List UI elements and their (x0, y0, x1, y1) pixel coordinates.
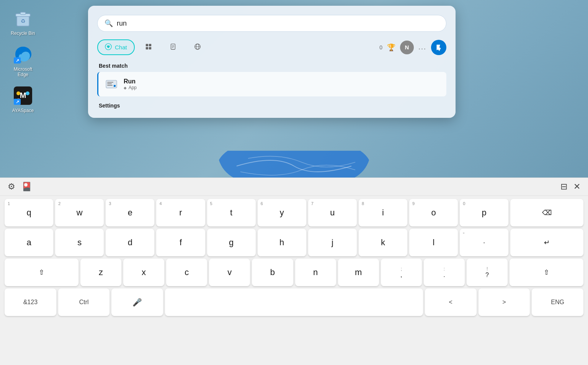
key-left[interactable]: < (425, 288, 477, 316)
key-lang[interactable]: ENG (532, 288, 583, 316)
key-d[interactable]: d (106, 229, 154, 256)
keyboard-display-icon[interactable]: ⊟ (560, 182, 567, 192)
key-a[interactable]: a (5, 229, 53, 256)
diamond-icon: ◆ (124, 86, 127, 90)
apps-tab-icon (145, 43, 152, 51)
key-right[interactable]: > (479, 288, 530, 316)
edge-label: Microsoft Edge (8, 67, 38, 77)
key-z[interactable]: z (80, 259, 121, 286)
docs-tab-icon (170, 43, 176, 51)
key-n[interactable]: n (295, 259, 336, 286)
filter-tabs-row: Chat (97, 39, 446, 55)
key-g[interactable]: g (207, 229, 256, 256)
svg-text:♻: ♻ (21, 18, 26, 24)
desktop-icons: ♻ Recycle Bin ↗ Microsoft Edge (8, 8, 38, 113)
key-mic[interactable]: 🎤 (111, 288, 163, 316)
svg-point-10 (26, 91, 29, 95)
key-enter[interactable]: ↵ (510, 229, 583, 256)
key-i[interactable]: 8i (359, 199, 407, 226)
key-ctrl[interactable]: Ctrl (58, 288, 110, 316)
keyboard-sticker-icon[interactable]: 🎴 (21, 182, 32, 192)
key-c[interactable]: c (166, 259, 207, 286)
key-numbers[interactable]: &123 (5, 288, 56, 316)
svg-text:↗: ↗ (16, 58, 19, 63)
key-o[interactable]: 9o (409, 199, 458, 226)
edge-icon: ↗ (12, 44, 34, 65)
ayaspace-label: AYASpace (12, 108, 34, 113)
search-icon: 🔍 (105, 19, 113, 28)
filter-tab-docs[interactable] (162, 40, 184, 55)
keyboard-toolbar-right: ⊟ ✕ (560, 182, 580, 192)
svg-rect-2 (20, 12, 26, 15)
web-tab-icon (194, 43, 201, 51)
filter-tab-web[interactable] (187, 40, 208, 55)
key-shift-left[interactable]: ⇧ (5, 259, 78, 286)
filter-tab-chat[interactable]: Chat (97, 39, 135, 55)
windows-logo-area (217, 151, 371, 181)
key-period[interactable]: : . (424, 259, 465, 286)
svg-rect-31 (107, 85, 113, 86)
key-comma[interactable]: ; , (381, 259, 422, 286)
key-l[interactable]: l (409, 229, 458, 256)
keyboard-toolbar: ⚙ 🎴 ⊟ ✕ (0, 178, 588, 196)
keyboard-close-icon[interactable]: ✕ (573, 182, 580, 192)
svg-rect-18 (149, 44, 151, 46)
keyboard-settings-icon[interactable]: ⚙ (8, 182, 15, 192)
keyboard-toolbar-left: ⚙ 🎴 (8, 182, 32, 192)
keyboard-row-2: a s d f g h j k l " ' ↵ (5, 229, 583, 256)
trophy-icon: 🏆 (387, 43, 395, 52)
key-q[interactable]: 1q (5, 199, 53, 226)
key-u[interactable]: 7u (308, 199, 357, 226)
key-t[interactable]: 5t (207, 199, 256, 226)
key-f[interactable]: f (156, 229, 205, 256)
svg-rect-17 (145, 44, 148, 46)
key-r[interactable]: 4r (156, 199, 205, 226)
key-question[interactable]: ! ? (467, 259, 508, 286)
more-options-button[interactable]: ... (418, 43, 426, 51)
key-m[interactable]: m (338, 259, 379, 286)
run-result-text: Run ◆ App (124, 78, 137, 90)
svg-rect-30 (107, 83, 112, 84)
key-p[interactable]: 0p (460, 199, 508, 226)
search-result-run[interactable]: Run ◆ App (97, 72, 446, 96)
run-result-type: ◆ App (124, 85, 137, 90)
search-overlay: 🔍 run Chat (88, 6, 456, 118)
keyboard: 1q 2w 3e 4r 5t 6y 7u 8i 9o 0p ⌫ a s d f … (0, 196, 588, 321)
key-k[interactable]: k (359, 229, 407, 256)
key-s[interactable]: s (55, 229, 104, 256)
user-avatar[interactable]: N (400, 41, 414, 54)
key-y[interactable]: 6y (258, 199, 306, 226)
svg-rect-20 (149, 47, 151, 49)
key-j[interactable]: j (308, 229, 357, 256)
keyboard-area: ⚙ 🎴 ⊟ ✕ 1q 2w 3e 4r 5t 6y 7u 8i 9o 0p ⌫ … (0, 178, 588, 365)
filter-tab-apps[interactable] (138, 40, 159, 55)
key-quote[interactable]: " ' (460, 229, 508, 256)
ayaspace-icon: M ↗ (12, 85, 34, 106)
chat-tab-label: Chat (115, 44, 127, 51)
svg-point-9 (16, 91, 20, 95)
svg-text:↗: ↗ (16, 99, 19, 104)
filter-right-controls: 0 🏆 N ... (379, 40, 446, 55)
recycle-bin-label: Recycle Bin (11, 31, 35, 36)
svg-rect-29 (107, 82, 113, 83)
key-v[interactable]: v (209, 259, 250, 286)
bing-button[interactable] (431, 40, 446, 55)
desktop-icon-edge[interactable]: ↗ Microsoft Edge (8, 44, 38, 77)
key-backspace[interactable]: ⌫ (510, 199, 583, 226)
search-input-value[interactable]: run (117, 20, 127, 28)
key-h[interactable]: h (258, 229, 306, 256)
desktop-icon-recycle-bin[interactable]: ♻ Recycle Bin (8, 8, 38, 36)
key-x[interactable]: x (123, 259, 164, 286)
svg-text:M: M (20, 91, 26, 99)
run-app-icon (105, 77, 118, 91)
desktop-icon-ayaspace[interactable]: M ↗ AYASpace (8, 85, 38, 113)
key-space[interactable] (165, 288, 423, 316)
key-e[interactable]: 3e (106, 199, 154, 226)
key-b[interactable]: b (252, 259, 293, 286)
keyboard-row-4: &123 Ctrl 🎤 < > ENG (5, 288, 583, 316)
search-bar[interactable]: 🔍 run (97, 15, 446, 32)
key-w[interactable]: 2w (55, 199, 104, 226)
svg-point-16 (107, 46, 109, 47)
best-match-label: Best match (97, 63, 446, 69)
key-shift-right[interactable]: ⇧ (510, 259, 583, 286)
